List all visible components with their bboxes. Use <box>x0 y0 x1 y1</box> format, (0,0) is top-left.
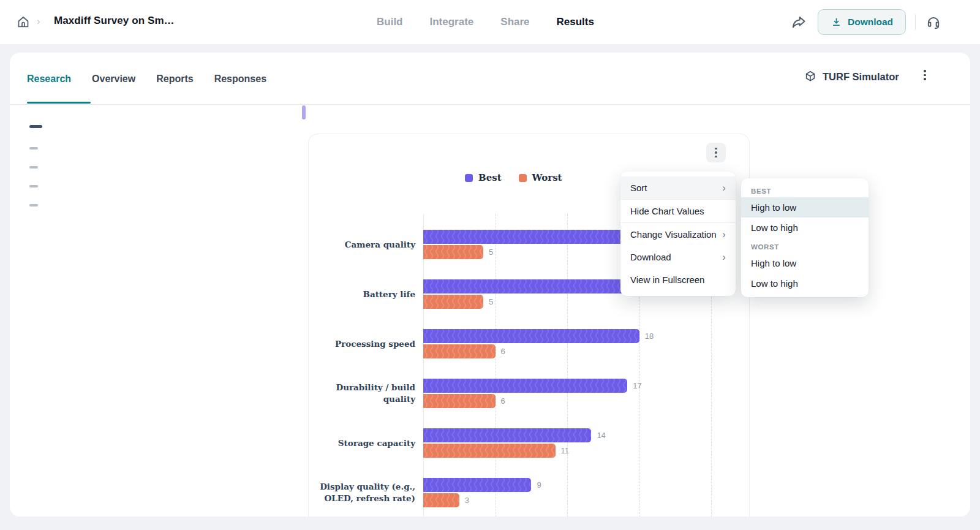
sort-option-worst-low-to-high[interactable]: Low to high <box>741 273 869 293</box>
download-label: Download <box>848 17 893 28</box>
submenu-section-header: BEST <box>741 182 869 197</box>
header-divider <box>915 14 916 30</box>
menu-item-label: Download <box>630 251 671 263</box>
home-icon[interactable] <box>16 15 31 29</box>
turf-simulator-button[interactable]: TURF Simulator <box>804 70 899 83</box>
chart-context-menu: Sort›Hide Chart ValuesChange Visualizati… <box>620 172 736 296</box>
menu-item-label: Sort <box>630 181 647 194</box>
share-icon[interactable] <box>790 13 807 31</box>
tab-reports[interactable]: Reports <box>156 74 193 85</box>
menu-item-view-in-fullscreen[interactable]: View in Fullscreen <box>620 268 736 291</box>
legend-label: Best <box>478 172 502 183</box>
panel-kebab-menu[interactable] <box>921 67 929 83</box>
value-label: 14 <box>597 431 605 440</box>
download-icon <box>831 17 842 28</box>
tabs-divider <box>10 104 970 105</box>
menu-item-label: View in Fullscreen <box>630 273 704 286</box>
bar-best <box>423 379 627 393</box>
tab-overview[interactable]: Overview <box>92 74 135 85</box>
bar-worst <box>423 444 556 458</box>
menu-item-sort[interactable]: Sort› <box>620 176 736 199</box>
value-label: 11 <box>561 446 570 455</box>
question-list-item[interactable] <box>29 166 38 168</box>
sort-option-best-high-to-low[interactable]: High to low <box>741 197 869 218</box>
menu-item-hide-chart-values[interactable]: Hide Chart Values <box>620 200 736 222</box>
scrollbar-thumb[interactable] <box>302 105 306 119</box>
gridline <box>567 214 568 517</box>
legend-swatch <box>465 174 473 182</box>
category-label: Battery life <box>310 276 415 312</box>
submenu-chevron-icon: › <box>722 229 726 240</box>
category-label: Processing speed <box>310 326 415 362</box>
tab-research[interactable]: Research <box>27 74 71 85</box>
value-label: 9 <box>537 480 541 490</box>
legend-item-best[interactable]: Best <box>465 172 502 183</box>
submenu-chevron-icon: › <box>722 252 726 262</box>
menu-item-label: Hide Chart Values <box>630 205 704 218</box>
bar-best <box>423 478 531 492</box>
question-list-item[interactable] <box>29 185 38 187</box>
value-label: 17 <box>633 381 641 390</box>
value-label: 18 <box>645 331 654 341</box>
value-label: 6 <box>501 347 505 356</box>
chart-legend: BestWorst <box>465 172 562 183</box>
top-header: › Maxdiff Survey on Sm… BuildIntegrateSh… <box>0 0 980 44</box>
category-label: Camera quality <box>310 227 415 262</box>
value-label: 5 <box>489 248 493 257</box>
bar-best <box>423 428 591 442</box>
sort-option-worst-high-to-low[interactable]: High to low <box>741 253 869 273</box>
survey-title: Maxdiff Survey on Sm… <box>54 15 175 27</box>
turf-simulator-label: TURF Simulator <box>823 71 899 83</box>
cube-icon <box>804 70 817 83</box>
gridline <box>496 214 496 517</box>
legend-label: Worst <box>532 172 562 183</box>
download-button[interactable]: Download <box>818 9 906 35</box>
category-label: Durability / build quality <box>310 376 415 411</box>
legend-swatch <box>519 174 527 182</box>
bar-best <box>423 329 639 343</box>
bar-worst <box>423 493 459 507</box>
chart-kebab-menu[interactable] <box>706 143 726 162</box>
nav-results[interactable]: Results <box>557 16 594 28</box>
bar-worst <box>423 245 483 259</box>
nav-build[interactable]: Build <box>377 16 403 28</box>
top-navigation: BuildIntegrateShareResults <box>377 0 594 44</box>
page: › Maxdiff Survey on Sm… BuildIntegrateSh… <box>0 0 980 530</box>
nav-integrate[interactable]: Integrate <box>430 16 474 28</box>
nav-share[interactable]: Share <box>500 16 529 28</box>
value-label: 6 <box>501 396 505 406</box>
question-list-item-selected[interactable] <box>29 125 42 128</box>
breadcrumb-chevron-icon: › <box>37 15 40 28</box>
category-label: Display quality (e.g., OLED, refresh rat… <box>310 475 415 510</box>
value-label: 5 <box>489 297 493 306</box>
menu-item-change-visualization[interactable]: Change Visualization› <box>620 223 736 246</box>
menu-item-download[interactable]: Download› <box>620 246 736 268</box>
menu-item-label: Change Visualization <box>630 228 717 241</box>
results-tabs: ResearchOverviewReportsResponses <box>27 66 266 92</box>
submenu-section-header: WORST <box>741 238 869 253</box>
x-axis-line <box>423 214 424 517</box>
submenu-chevron-icon: › <box>722 183 726 193</box>
question-list-item[interactable] <box>29 147 38 150</box>
sort-submenu: BESTHigh to lowLow to highWORSTHigh to l… <box>741 178 869 297</box>
bar-worst <box>423 295 483 309</box>
value-label: 3 <box>465 496 469 505</box>
sort-option-best-low-to-high[interactable]: Low to high <box>741 218 869 238</box>
legend-item-worst[interactable]: Worst <box>519 172 562 183</box>
bar-worst <box>423 344 496 358</box>
active-tab-underline <box>27 102 91 104</box>
tab-responses[interactable]: Responses <box>214 74 266 85</box>
support-headset-icon[interactable] <box>925 13 942 31</box>
question-list-item[interactable] <box>29 204 38 206</box>
bar-worst <box>423 394 496 408</box>
category-label: Storage capacity <box>310 425 415 461</box>
